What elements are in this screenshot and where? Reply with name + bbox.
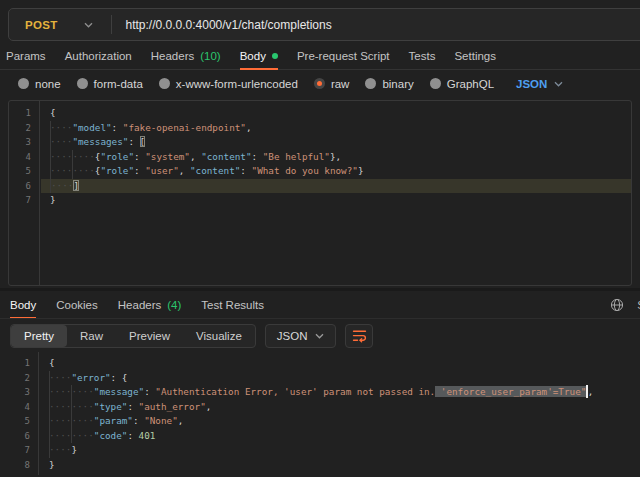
tab-count: (4) [167,299,181,311]
request-code-lines: 1{2····"model": "fake-openai-endpoint",3… [9,106,631,208]
raw-format-label: JSON [516,78,547,90]
body-modified-dot [272,53,278,59]
code-token: "messages" [72,136,128,147]
body-type-graphql[interactable]: GraphQL [430,78,494,90]
line-number: 5 [8,414,30,429]
code-token: "message" [94,386,144,397]
tab-label: Pre-request Script [297,50,390,62]
code-line: 1{ [8,356,640,371]
code-token: "model" [72,122,111,133]
raw-format-selector[interactable]: JSON [516,78,563,90]
code-line: 7····} [8,443,640,458]
code-content: ····] [41,179,631,194]
code-token: "param" [94,415,133,426]
code-token: : [134,165,145,176]
response-tabs: BodyCookiesHeaders(4)Test Results St [0,291,640,319]
code-token: ···· [49,444,71,455]
request-tab-headers[interactable]: Headers(10) [151,43,221,69]
code-token: "error" [71,372,110,383]
code-token: "content" [201,151,251,162]
code-content: ········"param": "None", [40,414,640,429]
tab-label: Body [240,50,266,62]
code-line: 4········{"role": "system", "content": "… [9,150,631,165]
chevron-down-icon [84,22,93,28]
code-token: , [246,122,252,133]
code-token: : [144,386,155,397]
code-token: , [206,401,212,412]
code-token: : [134,151,145,162]
line-number: 7 [8,443,30,458]
globe-icon[interactable] [610,298,624,312]
body-type-none[interactable]: none [18,78,61,90]
body-type-x-www-form-urlencoded[interactable]: x-www-form-urlencoded [159,78,298,90]
code-content: ········{"role": "user", "content": "Wha… [41,164,631,179]
view-pretty[interactable]: Pretty [11,325,67,347]
indent-guide [49,371,50,458]
code-token: "role" [100,165,134,176]
code-line: 5········{"role": "user", "content": "Wh… [9,164,631,179]
code-token: ···· [49,372,71,383]
code-line: 1{ [9,106,631,121]
radio-label: form-data [94,78,143,90]
url-input[interactable]: http://0.0.0.0:4000/v1/chat/completions [112,18,640,32]
request-editor[interactable]: 1{2····"model": "fake-openai-endpoint",3… [8,100,632,286]
response-format-selector[interactable]: JSON [265,324,337,348]
code-content: ····"error": { [40,371,640,386]
response-tab-cookies[interactable]: Cookies [56,291,98,318]
code-line: 7} [9,193,631,208]
code-token: : [240,165,251,176]
request-tab-body[interactable]: Body [240,43,278,69]
response-editor[interactable]: 1{2····"error": {3········"message": "Au… [8,352,640,475]
body-type-binary[interactable]: binary [365,78,413,90]
request-url-bar: POST http://0.0.0.0:4000/v1/chat/complet… [8,8,640,41]
request-tab-authorization[interactable]: Authorization [65,43,132,69]
indent-guide [71,385,72,443]
view-visualize[interactable]: Visualize [183,325,255,347]
radio-icon [77,78,88,89]
line-number: 8 [8,458,30,473]
code-line: 3····"messages": [ [9,135,631,150]
request-tab-params[interactable]: Params [6,43,46,69]
body-type-options: noneform-datax-www-form-urlencodedrawbin… [18,78,494,90]
code-line: 3········"message": "Authentication Erro… [8,385,640,400]
indent-guide [72,150,73,179]
response-tab-body[interactable]: Body [10,291,36,318]
body-type-row: noneform-datax-www-form-urlencodedrawbin… [0,70,640,97]
code-content: ········"code": 401 [40,429,640,444]
tab-label: Params [6,50,46,62]
radio-selected-icon [314,78,325,89]
code-token: "system" [145,151,190,162]
code-content: ········"type": "auth_error", [40,400,640,415]
radio-icon [365,78,376,89]
code-token: 'enforce_user_param'=True" [435,386,586,397]
view-preview[interactable]: Preview [116,325,183,347]
wrap-text-button[interactable] [345,324,373,348]
code-content: } [41,193,631,208]
request-tab-tests[interactable]: Tests [409,43,436,69]
code-token: "None" [144,415,178,426]
line-number: 4 [9,150,31,165]
chevron-down-icon [554,81,563,87]
wrap-text-icon [352,329,367,343]
code-token: "Authentication Error, 'user' param not … [155,386,435,397]
code-token: } [49,459,55,470]
view-raw[interactable]: Raw [67,325,116,347]
line-number: 3 [9,135,31,150]
code-line: 2····"error": { [8,371,640,386]
request-tab-settings[interactable]: Settings [454,43,496,69]
response-toolbar: PrettyRawPreviewVisualize JSON [0,319,640,352]
code-token: , [190,151,201,162]
radio-label: binary [382,78,413,90]
tab-label: Headers [151,50,194,62]
line-number: 1 [8,356,30,371]
request-tab-pre-request-script[interactable]: Pre-request Script [297,43,390,69]
code-token: : [252,151,263,162]
code-token: : { [111,372,128,383]
method-selector[interactable]: POST [9,19,111,31]
body-type-form-data[interactable]: form-data [77,78,143,90]
body-type-raw[interactable]: raw [314,78,350,90]
response-tab-headers[interactable]: Headers(4) [118,291,182,318]
response-tab-test-results[interactable]: Test Results [201,291,264,318]
code-line: 8} [8,458,640,473]
code-token: : [128,136,139,147]
